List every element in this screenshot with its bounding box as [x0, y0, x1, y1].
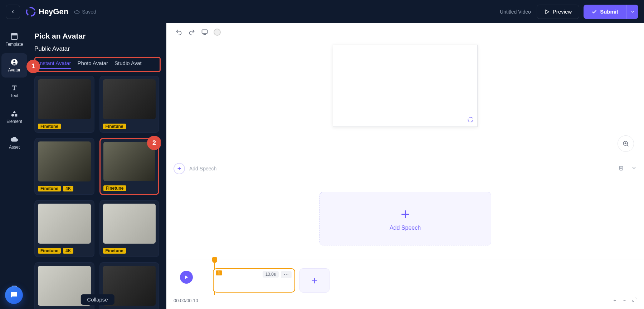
svg-marker-1: [546, 10, 549, 14]
submit-label: Submit: [600, 9, 618, 15]
tab-instant-avatar[interactable]: Instant Avatar: [38, 60, 71, 68]
rail-text[interactable]: Text: [1, 79, 27, 103]
callout-2: 2: [147, 136, 161, 150]
badge-finetune: Finetune: [38, 124, 61, 129]
add-speech-label: Add Speech: [189, 166, 216, 171]
panel-subtitle: Public Avatar: [34, 45, 161, 53]
rail-asset[interactable]: Asset: [1, 130, 27, 155]
brand-logo: HeyGen: [26, 7, 68, 17]
time-display: 00:00/00:10: [174, 298, 198, 303]
canvas-toolbar: [166, 23, 644, 41]
submit-button[interactable]: Submit: [584, 5, 626, 19]
brand-name: HeyGen: [39, 7, 68, 16]
clip-index: 1: [216, 270, 222, 275]
undo-button[interactable]: [175, 28, 183, 36]
save-status: Saved: [74, 9, 96, 15]
redo-button[interactable]: [188, 28, 196, 36]
zoom-button[interactable]: [618, 135, 634, 152]
zoom-icon: [622, 140, 629, 147]
rail-element[interactable]: Element: [1, 105, 27, 129]
top-bar-left: HeyGen Saved: [6, 5, 96, 19]
avatar-card[interactable]: Finetune: [99, 76, 160, 133]
expand-icon: [632, 297, 637, 302]
badge-finetune: Finetune: [38, 248, 61, 254]
add-speech-card[interactable]: ＋ Add Speech: [319, 192, 491, 245]
aspect-button[interactable]: [201, 28, 209, 36]
editor-area: ＋ Add Speech ＋ Add Speech: [166, 23, 644, 309]
avatar-thumbnail: [103, 204, 156, 244]
speech-zone: ＋ Add Speech: [166, 178, 644, 259]
svg-point-10: [468, 117, 473, 122]
add-speech-chip[interactable]: ＋: [174, 163, 185, 174]
svg-line-12: [627, 145, 628, 146]
submit-group: Submit: [584, 5, 638, 19]
panel-title: Pick an Avatar: [34, 32, 161, 40]
callout-1: 1: [26, 60, 40, 73]
rail-template-label: Template: [6, 42, 23, 47]
top-bar-right: Untitled Video Preview Submit: [500, 5, 638, 19]
timeline-footer: 00:00/00:10 ＋ －: [166, 295, 644, 306]
rail-avatar[interactable]: Avatar: [1, 53, 27, 78]
heygen-logo-icon: [26, 7, 36, 17]
cloud-icon: [74, 9, 80, 15]
svg-point-5: [13, 60, 15, 63]
fit-button[interactable]: [632, 297, 637, 304]
add-speech-card-label: Add Speech: [390, 225, 421, 231]
playhead[interactable]: [212, 257, 217, 265]
timeline-track: 1 10.0s ⋯ ＋: [166, 259, 644, 295]
speech-toolbar: ＋ Add Speech: [166, 159, 644, 178]
main-area: Template Avatar Text Element Asset Prici…: [0, 23, 644, 309]
avatar-card[interactable]: Finetune 4K: [34, 138, 94, 195]
help-chat-button[interactable]: [5, 286, 23, 304]
tab-photo-avatar[interactable]: Photo Avatar: [77, 60, 108, 68]
avatar-thumbnail: [103, 79, 156, 119]
avatar-icon: [10, 58, 18, 66]
chevron-down-icon: [631, 165, 637, 171]
preview-label: Preview: [553, 9, 572, 15]
avatar-card[interactable]: Finetune: [99, 200, 160, 257]
plus-icon: ＋: [398, 206, 413, 221]
preview-button[interactable]: Preview: [537, 5, 579, 19]
template-icon: [10, 33, 18, 40]
svg-point-0: [26, 8, 35, 16]
chevron-down-icon: [630, 10, 635, 14]
rail-template[interactable]: Template: [1, 28, 27, 52]
zoom-out-button[interactable]: －: [622, 297, 627, 304]
svg-rect-8: [202, 30, 208, 33]
clip-more-button[interactable]: ⋯: [281, 271, 292, 278]
back-button[interactable]: [6, 5, 20, 19]
delete-speech-button[interactable]: [618, 165, 624, 172]
video-title[interactable]: Untitled Video: [500, 9, 531, 15]
trash-icon: [618, 165, 624, 171]
zoom-in-button[interactable]: ＋: [613, 297, 617, 304]
play-button[interactable]: [180, 271, 193, 284]
timeline-clip[interactable]: 1 10.0s ⋯: [213, 268, 295, 293]
avatar-thumbnail: [103, 142, 156, 181]
save-status-text: Saved: [82, 9, 96, 15]
add-clip-button[interactable]: ＋: [299, 268, 330, 293]
badge-finetune: Finetune: [38, 186, 61, 191]
rail-element-label: Element: [6, 119, 22, 124]
expand-speech-button[interactable]: [631, 165, 637, 172]
watermark-icon: [467, 116, 474, 123]
play-icon: [184, 275, 189, 280]
video-canvas[interactable]: [333, 45, 478, 127]
text-icon: [10, 84, 18, 92]
avatar-card[interactable]: Finetune: [34, 76, 94, 133]
badge-finetune: Finetune: [103, 124, 126, 129]
svg-point-6: [11, 114, 14, 116]
avatar-type-tabs: Instant Avatar Photo Avatar Studio Avat: [34, 57, 161, 72]
avatar-thumbnail: [38, 79, 91, 119]
background-toggle[interactable]: [214, 29, 221, 36]
timeline: 1 10.0s ⋯ ＋ 00:00/00:10 ＋ －: [166, 259, 644, 309]
avatar-thumbnail: [38, 141, 91, 181]
monitor-icon: [201, 29, 208, 36]
avatar-card[interactable]: Finetune 4K: [34, 200, 94, 257]
top-bar: HeyGen Saved Untitled Video Preview Subm…: [0, 0, 644, 23]
svg-rect-3: [11, 34, 18, 36]
badge-finetune: Finetune: [103, 185, 126, 191]
collapse-button[interactable]: Collapse: [80, 294, 114, 305]
submit-more-button[interactable]: [626, 5, 638, 19]
tab-studio-avatar[interactable]: Studio Avat: [114, 60, 142, 68]
clip-duration: 10.0s: [263, 271, 279, 278]
